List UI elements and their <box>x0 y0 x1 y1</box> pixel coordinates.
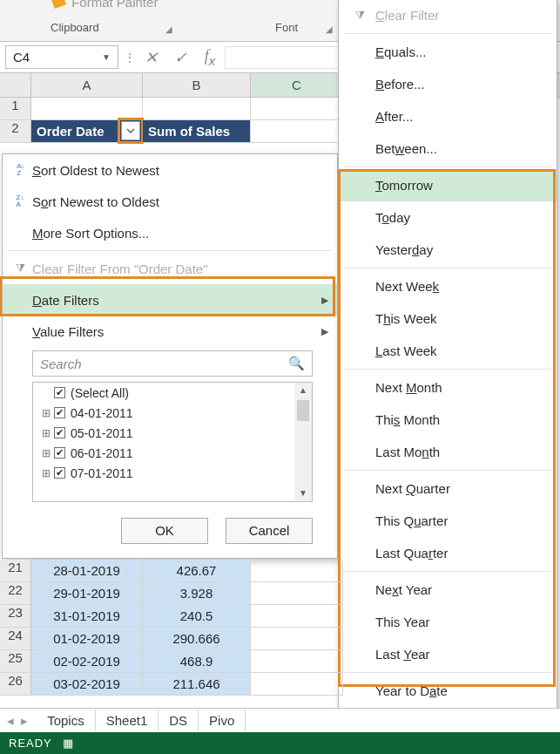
sm-this-quarter[interactable]: This Quarter <box>339 505 557 537</box>
ribbon-group-font: Font <box>275 21 298 34</box>
filter-values-tree[interactable]: · ✔ (Select All) ⊞ ✔ 04-01-2011 ⊞ ✔ 05-0… <box>32 382 313 502</box>
checkbox-icon[interactable]: ✔ <box>54 467 65 479</box>
cell[interactable]: 240.5 <box>143 605 251 628</box>
expand-icon[interactable]: ⊞ <box>42 467 51 479</box>
format-painter-button[interactable]: Format Painter <box>52 0 158 10</box>
expand-icon[interactable]: ⊞ <box>42 427 51 439</box>
cell[interactable] <box>251 98 343 120</box>
sheet-tab[interactable]: DS <box>159 710 199 731</box>
row-header[interactable]: 23 <box>0 605 31 628</box>
macro-record-icon[interactable]: ▦ <box>63 737 74 750</box>
select-all-corner[interactable] <box>0 73 31 97</box>
cell[interactable]: 28-01-2019 <box>31 560 143 582</box>
search-icon: 🔍 <box>288 356 305 371</box>
ok-button[interactable]: OK <box>121 518 208 544</box>
table-row: 23 31-01-2019 240.5 <box>0 605 560 628</box>
sm-last-week[interactable]: Last Week <box>339 335 557 367</box>
scrollbar[interactable]: ▲ ▼ <box>294 383 312 501</box>
cell[interactable]: 03-02-2019 <box>31 673 143 696</box>
cell[interactable] <box>143 98 251 120</box>
sm-last-month[interactable]: Last Month <box>339 436 557 468</box>
sm-yesterday[interactable]: Yesterday <box>339 234 557 266</box>
sheet-tab[interactable]: Sheet1 <box>96 710 159 731</box>
row-header[interactable]: 2 <box>0 120 31 143</box>
cell[interactable] <box>251 628 343 650</box>
cell[interactable]: 211.646 <box>143 673 251 696</box>
checkbox-icon[interactable]: ✔ <box>54 387 65 398</box>
sm-today[interactable]: Today <box>339 201 557 234</box>
cancel-formula-icon[interactable]: ✕ <box>136 48 165 67</box>
tab-nav-prev-icon[interactable]: ◂ ▸ <box>0 713 37 729</box>
cell[interactable] <box>251 605 343 628</box>
cancel-button[interactable]: Cancel <box>226 518 313 544</box>
date-filters[interactable]: Date Filters ▶ <box>3 284 337 316</box>
sheet-tab[interactable]: Topics <box>37 710 96 731</box>
expand-icon[interactable]: ⊞ <box>42 447 51 459</box>
table-row: 25 02-02-2019 468.9 <box>0 650 560 673</box>
sm-next-week[interactable]: Next Week <box>339 270 557 302</box>
sm-after[interactable]: After... <box>339 100 557 132</box>
cell[interactable]: 3.928 <box>143 582 251 605</box>
tree-item-select-all[interactable]: · ✔ (Select All) <box>33 383 312 403</box>
sm-next-month[interactable]: Next Month <box>339 371 557 404</box>
sm-before[interactable]: Before... <box>339 68 557 100</box>
sm-tomorrow[interactable]: Tomorrow <box>339 169 557 201</box>
cell[interactable]: 02-02-2019 <box>31 650 143 673</box>
cell[interactable]: 29-01-2019 <box>31 582 143 605</box>
sm-between[interactable]: Between... <box>339 132 557 165</box>
scroll-thumb[interactable] <box>297 400 309 421</box>
checkbox-icon[interactable]: ✔ <box>54 427 65 438</box>
chevron-down-icon[interactable]: ▼ <box>102 52 111 62</box>
search-input[interactable]: Search 🔍 <box>32 350 313 377</box>
cell[interactable]: 468.9 <box>143 650 251 673</box>
more-sort-options[interactable]: More Sort Options... <box>3 217 337 248</box>
col-header-A[interactable]: A <box>31 73 143 97</box>
sort-newest-oldest[interactable]: Z↓A Sort Newest to Oldest <box>3 186 337 217</box>
cell[interactable]: 426.67 <box>143 560 251 582</box>
sm-this-month[interactable]: This Month <box>339 404 557 436</box>
row-header[interactable]: 22 <box>0 582 31 605</box>
sm-equals[interactable]: Equals... <box>339 36 557 68</box>
row-header[interactable]: 21 <box>0 560 31 582</box>
insert-function-icon[interactable]: fx <box>195 47 225 68</box>
sm-this-week[interactable]: This Week <box>339 302 557 335</box>
tree-item[interactable]: ⊞ ✔ 07-01-2011 <box>33 463 312 483</box>
scroll-up-icon[interactable]: ▲ <box>299 383 307 398</box>
dialog-launcher-icon[interactable]: ◢ <box>326 24 333 34</box>
enter-formula-icon[interactable]: ✓ <box>165 48 195 67</box>
checkbox-icon[interactable]: ✔ <box>54 447 65 459</box>
scroll-down-icon[interactable]: ▼ <box>299 486 307 501</box>
row-header[interactable]: 1 <box>0 98 31 120</box>
cell[interactable] <box>31 98 143 120</box>
cell[interactable] <box>251 650 343 673</box>
cell[interactable] <box>251 673 343 696</box>
pivot-header-order-date[interactable]: Order Date <box>31 120 143 143</box>
cell[interactable] <box>251 560 343 582</box>
value-filters[interactable]: Value Filters ▶ <box>3 316 337 347</box>
sort-oldest-newest[interactable]: A↓Z Sort Oldest to Newest <box>3 154 337 186</box>
sm-next-quarter[interactable]: Next Quarter <box>339 472 557 505</box>
cell[interactable]: 290.666 <box>143 628 251 650</box>
row-header[interactable]: 26 <box>0 673 31 696</box>
col-header-C[interactable]: C <box>251 73 343 97</box>
cell[interactable] <box>251 120 343 143</box>
row-header[interactable]: 24 <box>0 628 31 650</box>
menu-label: Sort Newest to Oldest <box>32 194 159 209</box>
sheet-tab[interactable]: Pivo <box>199 710 246 731</box>
expand-icon[interactable]: ⊞ <box>42 407 51 419</box>
tree-item[interactable]: ⊞ ✔ 05-01-2011 <box>33 423 312 443</box>
tree-item[interactable]: ⊞ ✔ 04-01-2011 <box>33 403 312 423</box>
cell[interactable]: 31-01-2019 <box>31 605 143 628</box>
chevron-right-icon: ▶ <box>321 326 328 337</box>
dialog-launcher-icon[interactable]: ◢ <box>165 24 172 34</box>
pivot-header-sum-of-sales[interactable]: Sum of Sales <box>143 120 251 143</box>
menu-label: This Week <box>375 311 437 326</box>
cell[interactable]: 01-02-2019 <box>31 628 143 650</box>
col-header-B[interactable]: B <box>143 73 251 97</box>
name-box[interactable]: C4 ▼ <box>5 45 118 69</box>
checkbox-icon[interactable]: ✔ <box>54 407 65 418</box>
filter-dropdown-button[interactable] <box>121 121 140 140</box>
cell[interactable] <box>251 582 343 605</box>
tree-item[interactable]: ⊞ ✔ 06-01-2011 <box>33 443 312 463</box>
row-header[interactable]: 25 <box>0 650 31 673</box>
